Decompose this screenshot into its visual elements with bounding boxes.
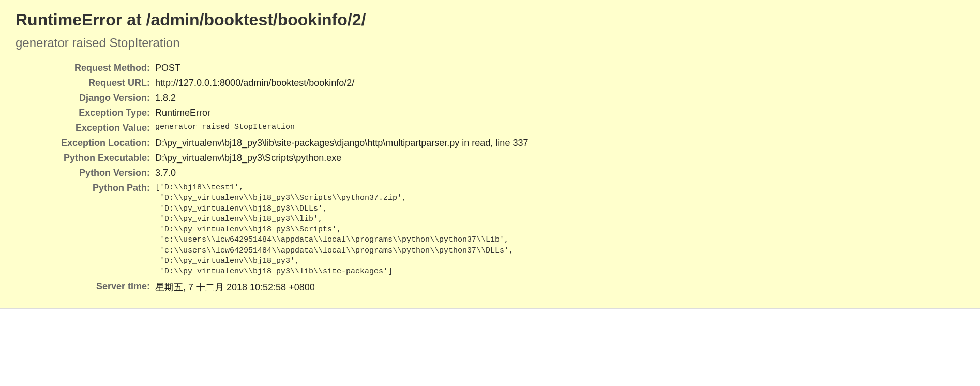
value-request-method: POST (155, 61, 964, 76)
row-request-method: Request Method: POST (16, 61, 964, 76)
label-exception-value: Exception Value: (16, 121, 155, 136)
value-python-path: ['D:\\bj18\\test1', 'D:\\py_virtualenv\\… (155, 181, 964, 279)
exception-message: generator raised StopIteration (16, 36, 964, 50)
row-exception-location: Exception Location: D:\py_virtualenv\bj1… (16, 136, 964, 151)
row-server-time: Server time: 星期五, 7 十二月 2018 10:52:58 +0… (16, 279, 964, 295)
row-exception-value: Exception Value: generator raised StopIt… (16, 121, 964, 136)
label-exception-type: Exception Type: (16, 106, 155, 121)
python-path-pre: ['D:\\bj18\\test1', 'D:\\py_virtualenv\\… (155, 183, 964, 277)
label-python-version: Python Version: (16, 166, 155, 181)
label-server-time: Server time: (16, 279, 155, 295)
row-django-version: Django Version: 1.8.2 (16, 91, 964, 106)
value-django-version: 1.8.2 (155, 91, 964, 106)
value-python-executable: D:\py_virtualenv\bj18_py3\Scripts\python… (155, 151, 964, 166)
label-request-method: Request Method: (16, 61, 155, 76)
error-summary: RuntimeError at /admin/booktest/bookinfo… (0, 0, 980, 309)
value-exception-value: generator raised StopIteration (155, 121, 964, 136)
value-server-time: 星期五, 7 十二月 2018 10:52:58 +0800 (155, 279, 964, 295)
label-request-url: Request URL: (16, 76, 155, 91)
row-python-version: Python Version: 3.7.0 (16, 166, 964, 181)
row-exception-type: Exception Type: RuntimeError (16, 106, 964, 121)
value-exception-type: RuntimeError (155, 106, 964, 121)
error-title: RuntimeError at /admin/booktest/bookinfo… (16, 10, 964, 29)
row-python-path: Python Path: ['D:\\bj18\\test1', 'D:\\py… (16, 181, 964, 279)
row-request-url: Request URL: http://127.0.0.1:8000/admin… (16, 76, 964, 91)
value-python-version: 3.7.0 (155, 166, 964, 181)
label-django-version: Django Version: (16, 91, 155, 106)
label-python-path: Python Path: (16, 181, 155, 279)
value-request-url: http://127.0.0.1:8000/admin/booktest/boo… (155, 76, 964, 91)
row-python-executable: Python Executable: D:\py_virtualenv\bj18… (16, 151, 964, 166)
value-exception-location: D:\py_virtualenv\bj18_py3\lib\site-packa… (155, 136, 964, 151)
label-exception-location: Exception Location: (16, 136, 155, 151)
label-python-executable: Python Executable: (16, 151, 155, 166)
request-meta-table: Request Method: POST Request URL: http:/… (16, 61, 964, 295)
